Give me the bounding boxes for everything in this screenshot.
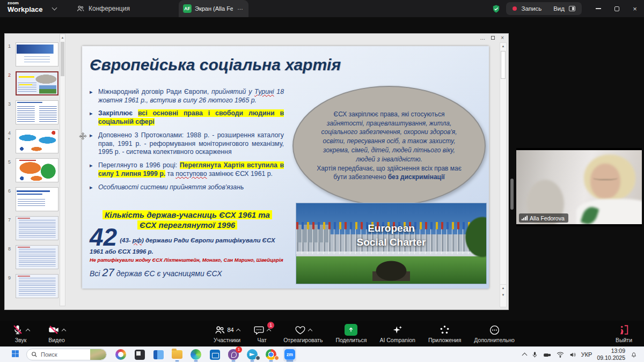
chat-button[interactable]: 1 Чат [253, 324, 270, 343]
tab-screen-share[interactable]: AF Экран (Alla Fedorova) … [179, 0, 248, 17]
tab-meeting[interactable]: Конференция [71, 0, 135, 17]
microphone-muted-icon [12, 324, 24, 336]
zoom-app-icon: zm [284, 349, 295, 360]
react-button[interactable]: Отреагировать [283, 324, 323, 343]
participants-button[interactable]: 84 Участники [214, 324, 240, 343]
participant-face [590, 164, 620, 199]
search-highlight-image[interactable] [90, 349, 106, 360]
security-shield-icon[interactable] [492, 4, 501, 13]
big-number: 42 [90, 223, 117, 251]
audio-options-caret[interactable] [26, 328, 30, 333]
paint-icon [115, 349, 126, 360]
tray-device-icon[interactable] [543, 351, 552, 358]
microsoft-store-icon [210, 350, 220, 360]
thumbnail-slide-2[interactable]: 2 [5, 70, 66, 99]
slide-scrollbar[interactable]: ▲ ▲ ▼ [500, 42, 507, 307]
viber-badge: 1 [236, 346, 242, 353]
powerpoint-window: … × 1234*56789 ▲ Європейська соціальна х… [4, 33, 509, 310]
slide-bullet: Особливості системи прийняття зобов'язан… [90, 183, 284, 192]
minimize-button[interactable] [589, 0, 608, 17]
video-start-button[interactable]: Видео [48, 324, 65, 343]
audio-mute-button[interactable]: Звук [12, 324, 30, 343]
participant-video-tile[interactable]: Alla Fedorova [516, 148, 642, 226]
thumbnail-slide-9[interactable]: 9 [5, 273, 66, 302]
thumbnail-image [16, 274, 58, 298]
thumbnail-slide-1[interactable]: 1 [5, 41, 66, 70]
mouse-move-cursor [78, 132, 87, 141]
ppt-more-icon[interactable]: … [480, 35, 485, 41]
participants-caret[interactable] [236, 328, 240, 333]
camera-off-icon [48, 324, 60, 336]
taskbar-app-zoom[interactable]: zm [283, 348, 296, 361]
taskbar-app-explorer[interactable] [171, 348, 184, 361]
tray-wifi-icon[interactable] [557, 351, 564, 358]
thumbnail-scrollbar[interactable]: ▲ [60, 34, 65, 306]
tab-more-icon[interactable]: … [236, 5, 244, 13]
taskbar-app-chrome[interactable] [265, 348, 277, 361]
zoom-titlebar: zoom Workplace Конференция AF Экран (All… [0, 0, 644, 17]
audio-signal-icon [522, 216, 528, 220]
search-input[interactable]: Поиск [26, 349, 107, 360]
scrollbar-thumb[interactable] [501, 51, 506, 79]
tray-microphone-icon[interactable] [531, 351, 538, 358]
thumbnail-slide-6[interactable]: 6 [5, 186, 66, 215]
tray-volume-icon[interactable] [569, 351, 576, 358]
count-footer: Всі 27 держав ЄС є учасницями ЄСХ [90, 267, 288, 278]
slide-bullet: Доповнено 3 Протоколами: 1988 р. - розши… [90, 131, 284, 157]
people-icon [76, 4, 85, 13]
clock[interactable]: 13:09 09.10.2025 [597, 348, 625, 361]
taskbar-app-snipping[interactable] [133, 348, 146, 361]
brand-zoom-text: zoom [8, 1, 43, 5]
next-slide-button[interactable]: ▼ [500, 292, 506, 299]
thumbnail-image [16, 129, 58, 153]
taskbar-app-viber[interactable]: 1 [227, 348, 240, 361]
previous-slide-button[interactable]: ▲ [500, 285, 506, 292]
thumbnail-image [16, 187, 58, 211]
share-scroll-thumb[interactable] [510, 179, 514, 210]
recording-dot-icon [513, 6, 517, 11]
count-line: 42(43- рф) держави Ради Європи ратифікув… [90, 227, 287, 256]
taskbar-app-settings[interactable] [152, 348, 165, 361]
tab-screen-label: Экран (Alla Fedorova) [195, 5, 233, 12]
taskbar-app-telegram[interactable] [246, 348, 259, 361]
taskbar-app-paint[interactable] [114, 348, 127, 361]
apps-button[interactable]: Приложения [428, 324, 461, 343]
view-layout-icon[interactable] [569, 6, 575, 11]
avatar: AF [183, 4, 192, 13]
view-button[interactable]: Вид [553, 5, 565, 12]
taskbar-app-store[interactable] [208, 348, 221, 361]
leave-button[interactable]: Выйти [616, 324, 632, 343]
react-caret[interactable] [308, 328, 312, 333]
thumbnail-slide-8[interactable]: 8 [5, 244, 66, 273]
close-button[interactable]: × [626, 0, 644, 17]
file-explorer-icon [172, 350, 182, 359]
notifications-bell-icon[interactable] [630, 351, 638, 358]
start-button[interactable] [11, 349, 20, 360]
oval-text: ЄСХ закріплює права, які стосуються зайн… [315, 110, 463, 182]
zoom-workplace-logo: zoom Workplace [8, 1, 43, 13]
thumbnail-image [16, 71, 58, 95]
thumbnail-slide-4[interactable]: 4* [5, 128, 66, 157]
ai-sparkle-icon [392, 324, 403, 336]
ai-companion-button[interactable]: AI Companion [379, 324, 415, 343]
maximize-button[interactable] [608, 0, 626, 17]
tab-meeting-label: Конференция [89, 5, 130, 12]
photo-caption: European Social Charter [296, 221, 486, 249]
share-screen-button[interactable]: Поделиться [335, 324, 367, 343]
tray-chevron-icon[interactable] [522, 353, 527, 358]
chat-caret[interactable] [267, 328, 271, 333]
slide-oval-callout: ЄСХ закріплює права, які стосуються зайн… [292, 86, 486, 206]
taskbar-app-edge[interactable] [189, 348, 202, 361]
recording-label: Запись [521, 5, 541, 12]
ppt-close-icon[interactable]: × [501, 35, 504, 41]
windows-logo-icon [11, 349, 20, 358]
keyboard-language[interactable]: УКР [581, 351, 592, 358]
ppt-restore-icon[interactable] [491, 36, 495, 40]
video-options-caret[interactable] [62, 328, 66, 333]
thumbnail-slide-7[interactable]: 7 [5, 215, 66, 244]
thumbnail-slide-3[interactable]: 3 [5, 99, 66, 128]
thumbnail-image [16, 42, 58, 67]
thumbnail-slide-5[interactable]: 5 [5, 157, 66, 186]
more-button[interactable]: Дополнительно [474, 324, 515, 343]
brand-chevron-down-icon[interactable] [52, 5, 57, 11]
